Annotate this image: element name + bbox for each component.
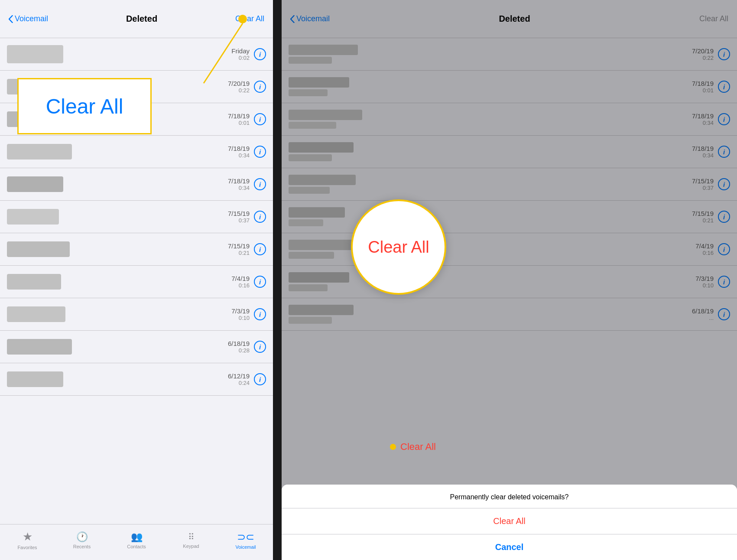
tab-contacts-label: Contacts (127, 544, 146, 549)
annotation-box-text: Clear All (46, 94, 123, 118)
keypad-icon: ⠿ (188, 532, 195, 542)
star-icon: ★ (23, 530, 32, 544)
left-tab-bar: ★ Favorites 🕐 Recents 👥 Contacts ⠿ Keypa… (0, 524, 273, 560)
tab-recents[interactable]: 🕐 Recents (55, 531, 109, 549)
annotation-dot-right (390, 444, 396, 450)
dialog-overlay: Permanently clear deleted voicemails? Cl… (282, 0, 737, 560)
panel-divider (273, 0, 282, 560)
info-icon[interactable]: i (254, 308, 266, 320)
info-icon[interactable]: i (254, 373, 266, 385)
avatar (7, 306, 65, 322)
left-back-button[interactable]: Voicemail (9, 14, 48, 23)
tab-voicemail[interactable]: ⊃⊂ Voicemail (218, 531, 273, 550)
svg-point-0 (238, 15, 247, 23)
list-item[interactable]: 6/18/19 0:28 i (0, 331, 273, 363)
tab-voicemail-label: Voicemail (235, 544, 256, 550)
list-item[interactable]: 7/18/19 0:34 i (0, 168, 273, 201)
list-item[interactable]: 7/15/19 0:21 i (0, 233, 273, 266)
list-item[interactable]: 6/12/19 0:24 i (0, 363, 273, 396)
avatar (7, 209, 59, 225)
info-icon[interactable]: i (254, 211, 266, 223)
dialog-cancel-button[interactable]: Cancel (282, 534, 737, 560)
list-item[interactable]: 7/15/19 0:37 i (0, 201, 273, 233)
left-back-label: Voicemail (15, 14, 48, 23)
info-icon[interactable]: i (254, 146, 266, 158)
avatar (7, 45, 63, 63)
bottom-annotation-label: Clear All (400, 441, 436, 453)
voicemail-icon: ⊃⊂ (237, 531, 254, 543)
left-panel: Voicemail Deleted Clear All Clear All Fr… (0, 0, 273, 560)
avatar (7, 274, 61, 290)
circle-annotation: Clear All (351, 199, 446, 295)
tab-keypad[interactable]: ⠿ Keypad (164, 532, 218, 549)
right-panel: Voicemail Deleted Clear All 7/20/190:22 … (282, 0, 737, 560)
avatar (7, 241, 70, 257)
tab-contacts[interactable]: 👥 Contacts (109, 531, 164, 549)
list-item[interactable]: 7/4/19 0:16 i (0, 266, 273, 298)
info-icon[interactable]: i (254, 48, 266, 60)
info-icon[interactable]: i (254, 341, 266, 353)
annotation-dot-left (169, 14, 256, 94)
contacts-icon: 👥 (131, 531, 143, 543)
svg-line-1 (204, 23, 243, 83)
confirmation-dialog: Permanently clear deleted voicemails? Cl… (282, 485, 737, 560)
avatar (7, 339, 72, 355)
avatar (7, 144, 72, 160)
tab-favorites[interactable]: ★ Favorites (0, 530, 55, 550)
left-nav-title: Deleted (126, 14, 157, 24)
clock-icon: 🕐 (76, 531, 88, 543)
info-icon[interactable]: i (254, 243, 266, 255)
list-item[interactable]: 7/3/19 0:10 i (0, 298, 273, 331)
tab-recents-label: Recents (73, 544, 91, 549)
circle-annotation-text: Clear All (368, 238, 429, 257)
info-icon[interactable]: i (254, 178, 266, 190)
list-item[interactable]: 7/18/19 0:34 i (0, 136, 273, 168)
bottom-annotation: Clear All (390, 441, 436, 453)
info-icon[interactable]: i (254, 81, 266, 93)
info-icon[interactable]: i (254, 113, 266, 125)
avatar (7, 176, 63, 192)
dialog-clear-all-button[interactable]: Clear All (282, 508, 737, 534)
dialog-message: Permanently clear deleted voicemails? (282, 485, 737, 508)
info-icon[interactable]: i (254, 276, 266, 288)
annotation-box-left: Clear All (17, 78, 152, 134)
tab-favorites-label: Favorites (17, 545, 37, 550)
tab-keypad-label: Keypad (183, 544, 199, 549)
avatar (7, 371, 63, 387)
